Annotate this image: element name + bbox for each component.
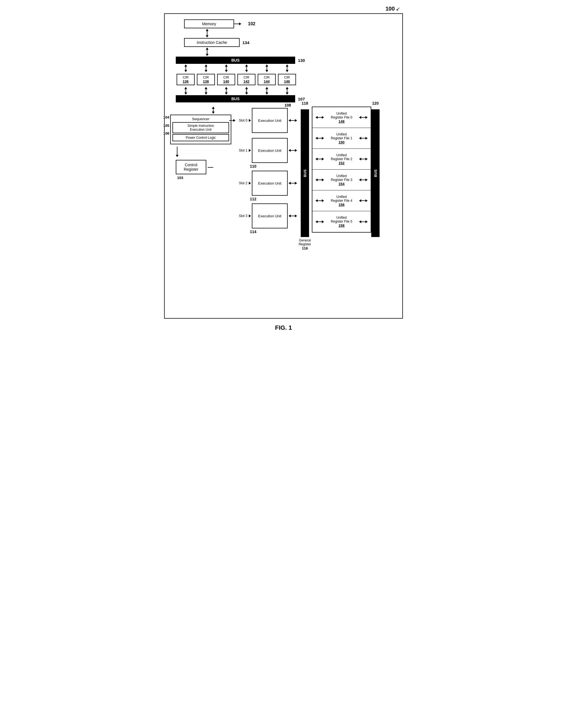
slot-1-row: Slot 1 Execution Unit 110 <box>235 138 298 163</box>
cir-row: CIR 136 CIR 138 CIR 140 CIR 142 CIR 14 <box>176 74 296 85</box>
rf-arrow-0-right <box>359 116 368 119</box>
rf-num-4: 156 <box>339 203 345 207</box>
rf-row-3: UnifiedRegister File 3 154 <box>313 170 371 190</box>
instruction-cache-num: 134 <box>242 40 249 45</box>
rf-arrow-0 <box>316 116 324 119</box>
bus-right-num: 120 <box>372 101 379 105</box>
rf-num-3: 154 <box>339 182 345 186</box>
seq-num-104: 104 <box>163 115 169 119</box>
general-register-label: GeneralRegister <box>298 238 312 246</box>
bus-top-num: 130 <box>298 58 305 63</box>
arrow-bus-cir-5 <box>258 64 276 72</box>
rf-num-0: 148 <box>339 119 345 124</box>
diagram-area: Memory 102 <box>164 13 403 319</box>
arrow-bus-cir-2 <box>197 64 215 72</box>
arrow-cache-to-bus <box>206 47 208 56</box>
bus-bottom-box: BUS <box>176 95 295 102</box>
rf-row-0: UnifiedRegister File 0 148 <box>313 107 371 128</box>
arrow-memory-to-cache <box>206 29 208 37</box>
simple-instruction-eu-box: Simple InstructionExecution Unit <box>172 122 229 133</box>
rf-arrow-1-right <box>359 137 368 140</box>
exec-label-1: Execution Unit <box>258 148 281 153</box>
cir-num-1: 138 <box>198 79 214 84</box>
arrow-bus-cir-3 <box>217 64 235 72</box>
power-control-label: Power Control Logic <box>186 136 216 140</box>
arrow-bus-to-seq <box>212 107 215 114</box>
cir-num-2: 140 <box>218 79 234 84</box>
arrow-cir-bus-4 <box>237 87 255 95</box>
general-register-num: 116 <box>302 246 308 250</box>
rf-row-2: UnifiedRegister File 2 152 <box>313 149 371 170</box>
bus-bottom-label: BUS <box>231 97 239 101</box>
rf-label-5: UnifiedRegister File 5 <box>331 216 352 223</box>
cir-box-3: CIR 142 <box>237 74 255 85</box>
rf-arrow-1 <box>316 137 324 140</box>
memory-num: 102 <box>248 21 255 26</box>
rf-arrow-4 <box>316 199 324 202</box>
exec-arrow-3 <box>289 215 297 217</box>
cir-num-4: 144 <box>259 79 274 84</box>
bus-right-label: BUS <box>374 169 378 177</box>
cir-box-2: CIR 140 <box>217 74 235 85</box>
rf-num-1: 150 <box>339 140 345 144</box>
slot-0-row: Slot 0 Execution Unit 108 <box>235 108 298 133</box>
sequencer-label: Sequencer <box>172 117 229 121</box>
exec-box-0: Execution Unit <box>252 108 288 133</box>
instruction-cache-box: Instruction Cache <box>184 38 239 47</box>
rf-row-4: UnifiedRegister File 4 156 <box>313 190 371 211</box>
bus-top-box: BUS <box>176 57 295 64</box>
rf-label-4: UnifiedRegister File 4 <box>331 195 352 203</box>
cir-num-5: 146 <box>279 79 295 84</box>
slots-panel: Slot 0 Execution Unit 108 <box>231 107 298 250</box>
rf-arrow-5-right <box>359 220 368 223</box>
slot-0-num: 108 <box>285 103 291 107</box>
rf-label-0: UnifiedRegister File 0 <box>331 112 352 119</box>
instruction-cache-label: Instruction Cache <box>197 40 227 45</box>
arrow-cir-bus-1 <box>176 87 195 95</box>
cir-box-0: CIR 136 <box>176 74 195 85</box>
rf-arrow-4-right <box>359 199 368 202</box>
control-register-label: ControlRegister <box>184 163 198 172</box>
left-panel: 104 105 106 Sequencer Simple Instruction… <box>170 107 231 250</box>
slot-2-label: Slot 2 <box>239 181 247 185</box>
bus-middle-container: 118 BUS GeneralRegister 116 <box>298 107 312 250</box>
exec-arrow-2 <box>289 182 297 185</box>
rf-arrow-2 <box>316 158 324 160</box>
arrow-bus-cir-6 <box>278 64 296 72</box>
rf-label-2: UnifiedRegister File 2 <box>331 153 352 161</box>
exec-box-1: Execution Unit <box>252 138 288 163</box>
rf-row-5: UnifiedRegister File 5 158 <box>313 211 371 232</box>
rf-label-1: UnifiedRegister File 1 <box>331 132 352 140</box>
rf-num-2: 152 <box>339 161 345 165</box>
arrow-cir-bus-6 <box>278 87 296 95</box>
cir-num-0: 136 <box>178 79 193 84</box>
simple-instruction-eu-label: Simple InstructionExecution Unit <box>187 124 214 132</box>
rf-arrow-5 <box>316 220 324 223</box>
arrow-cir-bus-3 <box>217 87 235 95</box>
bus-right-vertical: BUS <box>371 109 380 237</box>
bus-top-label: BUS <box>231 58 239 62</box>
arrow-bus-cir-1 <box>176 64 195 72</box>
exec-label-3: Execution Unit <box>258 214 281 218</box>
exec-box-3: Execution Unit <box>252 203 288 228</box>
bus-middle-vertical: BUS <box>301 109 309 237</box>
exec-arrow-1 <box>289 149 297 152</box>
cir-label-2: CIR <box>218 75 234 79</box>
rf-arrow-3-right <box>359 178 368 181</box>
slot-0-label: Slot 0 <box>239 119 247 122</box>
sequencer-group: Sequencer Simple InstructionExecution Un… <box>170 115 231 144</box>
bus-middle-num-label: 118 <box>302 101 308 105</box>
cir-box-5: CIR 146 <box>278 74 296 85</box>
cir-box-4: CIR 144 <box>258 74 276 85</box>
arrow-cir-bus-5 <box>258 87 276 95</box>
slot-2-row: Slot 2 Execution Unit 112 <box>235 171 298 196</box>
page-container: 100 ↙ Memory 102 <box>158 6 409 331</box>
memory-box: Memory <box>184 19 234 28</box>
exec-box-2: Execution Unit <box>252 171 288 196</box>
register-files-column: UnifiedRegister File 0 148 Uni <box>312 107 371 233</box>
rf-row-1: UnifiedRegister File 1 150 <box>313 128 371 149</box>
control-register-num: 103 <box>177 176 183 180</box>
cir-label-1: CIR <box>198 75 214 79</box>
slot-3-num: 114 <box>250 230 256 234</box>
bus-bottom-num: 107 <box>298 97 305 101</box>
